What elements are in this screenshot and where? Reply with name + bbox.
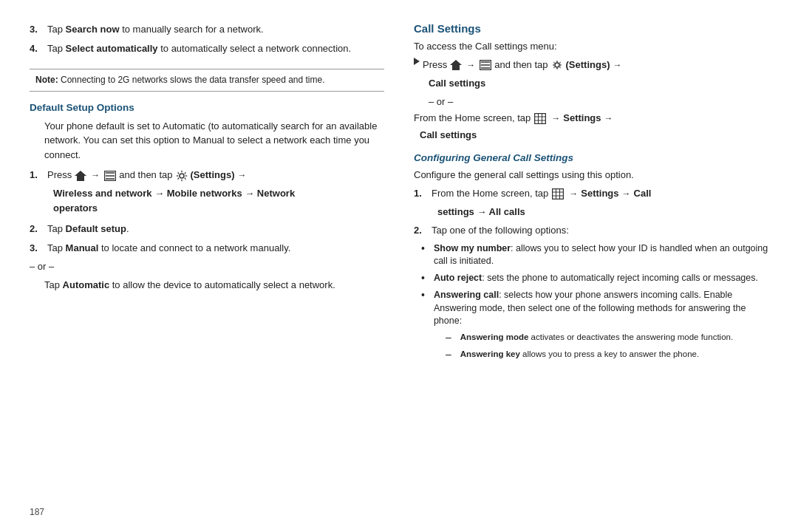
or-line-right: – or – — [429, 96, 768, 107]
default-step-2: 2. Tap Default setup. — [30, 222, 384, 236]
menu-icon-right — [480, 60, 491, 70]
svg-point-5 — [180, 174, 184, 178]
bullet-answering-call: Answering call: selects how your phone a… — [421, 289, 768, 364]
press-block-right: Press → and then tap (Settings) → Call s… — [414, 58, 768, 92]
step-text-4: Tap Select automatically to automaticall… — [47, 41, 384, 56]
or-line-left: – or – — [30, 261, 384, 272]
sub-bullet-answering-key: Answering key allows you to press a key … — [446, 348, 768, 362]
press-line-right: Press → and then tap (Settings) → — [423, 58, 623, 73]
arrow-2: → — [237, 168, 246, 183]
sub-text-2: Answering key allows you to press a key … — [460, 348, 699, 362]
grid-icon-right — [534, 113, 546, 124]
call-settings-bold-1: Call settings — [429, 76, 623, 91]
bullet-auto-reject: Auto reject: sets the phone to automatic… — [421, 272, 768, 286]
config-step-num-1: 1. — [414, 186, 427, 219]
default-step-text-1: Press → and then tap (Settings) → Wirele… — [47, 168, 384, 217]
bullet-text-3: Answering call: selects how your phone a… — [434, 289, 768, 364]
menu-icon-1 — [104, 171, 116, 181]
default-step-num-1: 1. — [30, 168, 43, 217]
right-column: Call Settings To access the Call setting… — [414, 22, 768, 510]
configuring-intro: Configure the general call settings usin… — [414, 169, 768, 180]
bullet-text-1: Show my number: allows you to select how… — [434, 242, 768, 268]
step-3: 3. Tap Search now to manually search for… — [30, 22, 384, 37]
step-num-3: 3. — [30, 22, 43, 37]
default-step-3: 3. Tap Manual to locate and connect to a… — [30, 241, 384, 256]
config-step-1-cont: settings → All calls — [437, 205, 768, 219]
svg-marker-0 — [75, 171, 86, 181]
default-setup-section: Default Setup Options Your phone default… — [30, 102, 384, 299]
sub-text-1: Answering mode activates or deactivates … — [460, 331, 733, 345]
call-settings-intro: To access the Call settings menu: — [414, 41, 768, 52]
configuring-section: Configuring General Call Settings Config… — [414, 152, 768, 369]
svg-rect-17 — [553, 188, 564, 199]
gear-icon-1 — [176, 170, 188, 182]
triangle-bullet — [414, 58, 420, 65]
arrow-1: → — [91, 168, 100, 183]
call-settings-heading: Call Settings — [414, 22, 768, 35]
configuring-heading: Configuring General Call Settings — [414, 152, 768, 163]
default-setup-heading: Default Setup Options — [30, 102, 384, 113]
default-step-num-2: 2. — [30, 222, 43, 236]
gear-icon-right — [551, 59, 563, 71]
note-box: Note: Connecting to 2G networks slows th… — [30, 69, 384, 92]
call-settings-bold-2: Call settings — [420, 129, 768, 140]
default-step-1: 1. Press → and then tap (Settings) → Wir… — [30, 168, 384, 217]
config-step-text-1: From the Home screen, tap → Settings → C… — [432, 186, 768, 219]
tap-auto-block: Tap Automatic to allow the device to aut… — [44, 278, 384, 293]
top-steps: 3. Tap Search now to manually search for… — [30, 22, 384, 60]
default-step-text-2: Tap Default setup. — [47, 222, 384, 236]
call-settings-section: Call Settings To access the Call setting… — [414, 22, 768, 143]
press-line-1: Press → and then tap (Settings) → — [47, 168, 384, 183]
step-4: 4. Tap Select automatically to automatic… — [30, 41, 384, 56]
svg-rect-12 — [535, 114, 546, 124]
step-num-4: 4. — [30, 41, 43, 56]
page-number: 187 — [30, 507, 44, 517]
sub-bullet-answering-mode: Answering mode activates or deactivates … — [446, 331, 768, 345]
config-step-num-2: 2. — [414, 223, 427, 238]
home-icon — [75, 170, 86, 182]
config-step-text-2: Tap one of the following options: — [432, 223, 768, 238]
press-text-right: Press → and then tap (Settings) → Call s… — [423, 58, 623, 92]
wireless-network-path: Wireless and network → Mobile networks →… — [53, 186, 384, 215]
page-container: 3. Tap Search now to manually search for… — [0, 0, 798, 532]
default-step-text-3: Tap Manual to locate and connect to a ne… — [47, 241, 384, 256]
config-step-1: 1. From the Home screen, tap → Settings … — [414, 186, 768, 219]
config-bullet-list: Show my number: allows you to select how… — [421, 242, 768, 364]
from-home-text: From the Home screen, tap → Settings → C… — [414, 111, 768, 140]
svg-point-11 — [555, 63, 559, 67]
note-text: Note: Connecting to 2G networks slows th… — [35, 75, 325, 85]
left-column: 3. Tap Search now to manually search for… — [30, 22, 384, 510]
default-step-num-3: 3. — [30, 241, 43, 256]
bullet-show-my-number: Show my number: allows you to select how… — [421, 242, 768, 268]
sub-bullet-list: Answering mode activates or deactivates … — [446, 331, 768, 361]
home-icon-right — [450, 59, 462, 71]
default-setup-intro: Your phone default is set to Automatic (… — [44, 119, 384, 163]
step-text-3: Tap Search now to manually search for a … — [47, 22, 384, 37]
grid-icon-step1 — [552, 188, 564, 200]
svg-marker-6 — [450, 60, 462, 70]
config-step-2: 2. Tap one of the following options: — [414, 223, 768, 238]
bullet-text-2: Auto reject: sets the phone to automatic… — [434, 272, 758, 286]
